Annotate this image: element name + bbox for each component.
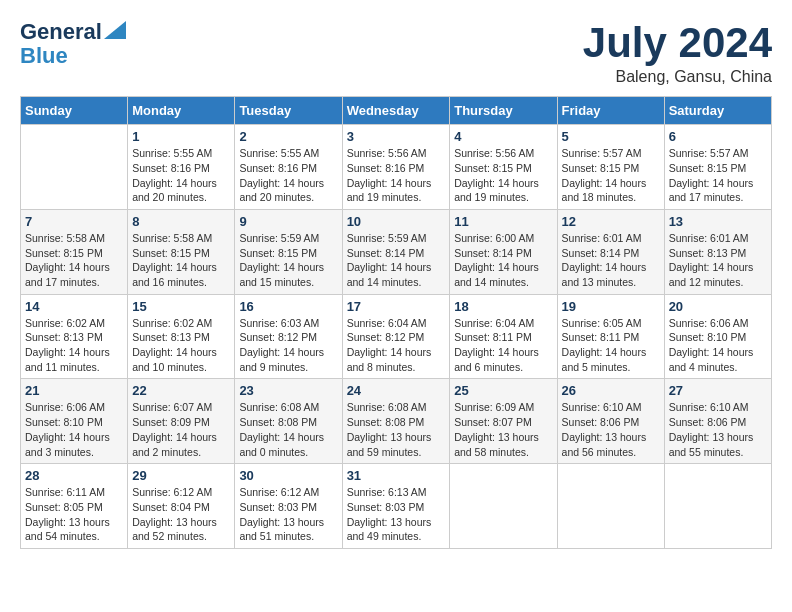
calendar-cell: 20Sunrise: 6:06 AM Sunset: 8:10 PM Dayli… [664,294,771,379]
day-number: 11 [454,214,552,229]
calendar-cell: 21Sunrise: 6:06 AM Sunset: 8:10 PM Dayli… [21,379,128,464]
day-info: Sunrise: 5:58 AM Sunset: 8:15 PM Dayligh… [132,231,230,290]
weekday-header-monday: Monday [128,97,235,125]
month-title: July 2024 [583,20,772,66]
weekday-header-row: SundayMondayTuesdayWednesdayThursdayFrid… [21,97,772,125]
calendar-cell: 24Sunrise: 6:08 AM Sunset: 8:08 PM Dayli… [342,379,450,464]
calendar-cell: 10Sunrise: 5:59 AM Sunset: 8:14 PM Dayli… [342,209,450,294]
day-number: 24 [347,383,446,398]
calendar-cell [557,464,664,549]
day-info: Sunrise: 5:59 AM Sunset: 8:15 PM Dayligh… [239,231,337,290]
day-number: 10 [347,214,446,229]
day-number: 31 [347,468,446,483]
day-info: Sunrise: 6:01 AM Sunset: 8:14 PM Dayligh… [562,231,660,290]
calendar-cell: 23Sunrise: 6:08 AM Sunset: 8:08 PM Dayli… [235,379,342,464]
day-info: Sunrise: 6:08 AM Sunset: 8:08 PM Dayligh… [347,400,446,459]
day-info: Sunrise: 6:12 AM Sunset: 8:03 PM Dayligh… [239,485,337,544]
day-number: 3 [347,129,446,144]
logo: General Blue [20,20,126,68]
day-number: 1 [132,129,230,144]
day-info: Sunrise: 6:04 AM Sunset: 8:11 PM Dayligh… [454,316,552,375]
day-number: 19 [562,299,660,314]
day-number: 6 [669,129,767,144]
day-info: Sunrise: 6:02 AM Sunset: 8:13 PM Dayligh… [25,316,123,375]
calendar-cell: 12Sunrise: 6:01 AM Sunset: 8:14 PM Dayli… [557,209,664,294]
day-number: 20 [669,299,767,314]
weekday-header-saturday: Saturday [664,97,771,125]
logo-icon [104,21,126,39]
calendar-cell [664,464,771,549]
day-number: 21 [25,383,123,398]
day-number: 2 [239,129,337,144]
day-info: Sunrise: 6:11 AM Sunset: 8:05 PM Dayligh… [25,485,123,544]
calendar-cell: 3Sunrise: 5:56 AM Sunset: 8:16 PM Daylig… [342,125,450,210]
logo-blue: Blue [20,44,68,68]
day-number: 12 [562,214,660,229]
day-info: Sunrise: 6:09 AM Sunset: 8:07 PM Dayligh… [454,400,552,459]
day-info: Sunrise: 6:07 AM Sunset: 8:09 PM Dayligh… [132,400,230,459]
page-header: General Blue July 2024 Baleng, Gansu, Ch… [20,20,772,86]
svg-marker-0 [104,21,126,39]
day-number: 27 [669,383,767,398]
day-number: 14 [25,299,123,314]
calendar-cell: 19Sunrise: 6:05 AM Sunset: 8:11 PM Dayli… [557,294,664,379]
day-number: 16 [239,299,337,314]
day-number: 29 [132,468,230,483]
calendar-cell: 9Sunrise: 5:59 AM Sunset: 8:15 PM Daylig… [235,209,342,294]
calendar-cell: 26Sunrise: 6:10 AM Sunset: 8:06 PM Dayli… [557,379,664,464]
calendar-cell: 13Sunrise: 6:01 AM Sunset: 8:13 PM Dayli… [664,209,771,294]
weekday-header-thursday: Thursday [450,97,557,125]
day-info: Sunrise: 5:55 AM Sunset: 8:16 PM Dayligh… [132,146,230,205]
day-info: Sunrise: 5:56 AM Sunset: 8:16 PM Dayligh… [347,146,446,205]
day-info: Sunrise: 5:58 AM Sunset: 8:15 PM Dayligh… [25,231,123,290]
location: Baleng, Gansu, China [583,68,772,86]
calendar-cell [450,464,557,549]
day-info: Sunrise: 6:08 AM Sunset: 8:08 PM Dayligh… [239,400,337,459]
day-number: 8 [132,214,230,229]
day-info: Sunrise: 6:00 AM Sunset: 8:14 PM Dayligh… [454,231,552,290]
calendar-cell: 17Sunrise: 6:04 AM Sunset: 8:12 PM Dayli… [342,294,450,379]
calendar-cell [21,125,128,210]
calendar-cell: 29Sunrise: 6:12 AM Sunset: 8:04 PM Dayli… [128,464,235,549]
day-info: Sunrise: 6:02 AM Sunset: 8:13 PM Dayligh… [132,316,230,375]
day-info: Sunrise: 6:05 AM Sunset: 8:11 PM Dayligh… [562,316,660,375]
calendar-cell: 1Sunrise: 5:55 AM Sunset: 8:16 PM Daylig… [128,125,235,210]
day-number: 4 [454,129,552,144]
week-row-4: 21Sunrise: 6:06 AM Sunset: 8:10 PM Dayli… [21,379,772,464]
day-info: Sunrise: 6:06 AM Sunset: 8:10 PM Dayligh… [25,400,123,459]
day-number: 25 [454,383,552,398]
calendar-cell: 11Sunrise: 6:00 AM Sunset: 8:14 PM Dayli… [450,209,557,294]
logo-general: General [20,20,102,44]
day-number: 9 [239,214,337,229]
day-number: 22 [132,383,230,398]
calendar-table: SundayMondayTuesdayWednesdayThursdayFrid… [20,96,772,549]
day-number: 5 [562,129,660,144]
calendar-cell: 6Sunrise: 5:57 AM Sunset: 8:15 PM Daylig… [664,125,771,210]
calendar-cell: 4Sunrise: 5:56 AM Sunset: 8:15 PM Daylig… [450,125,557,210]
day-number: 15 [132,299,230,314]
day-info: Sunrise: 6:10 AM Sunset: 8:06 PM Dayligh… [562,400,660,459]
weekday-header-friday: Friday [557,97,664,125]
calendar-cell: 31Sunrise: 6:13 AM Sunset: 8:03 PM Dayli… [342,464,450,549]
calendar-cell: 8Sunrise: 5:58 AM Sunset: 8:15 PM Daylig… [128,209,235,294]
week-row-5: 28Sunrise: 6:11 AM Sunset: 8:05 PM Dayli… [21,464,772,549]
day-info: Sunrise: 6:10 AM Sunset: 8:06 PM Dayligh… [669,400,767,459]
day-info: Sunrise: 5:57 AM Sunset: 8:15 PM Dayligh… [562,146,660,205]
day-number: 28 [25,468,123,483]
calendar-cell: 18Sunrise: 6:04 AM Sunset: 8:11 PM Dayli… [450,294,557,379]
calendar-cell: 2Sunrise: 5:55 AM Sunset: 8:16 PM Daylig… [235,125,342,210]
day-info: Sunrise: 6:04 AM Sunset: 8:12 PM Dayligh… [347,316,446,375]
calendar-cell: 14Sunrise: 6:02 AM Sunset: 8:13 PM Dayli… [21,294,128,379]
day-number: 13 [669,214,767,229]
day-info: Sunrise: 5:59 AM Sunset: 8:14 PM Dayligh… [347,231,446,290]
week-row-3: 14Sunrise: 6:02 AM Sunset: 8:13 PM Dayli… [21,294,772,379]
day-number: 7 [25,214,123,229]
title-block: July 2024 Baleng, Gansu, China [583,20,772,86]
calendar-cell: 30Sunrise: 6:12 AM Sunset: 8:03 PM Dayli… [235,464,342,549]
day-number: 17 [347,299,446,314]
calendar-cell: 28Sunrise: 6:11 AM Sunset: 8:05 PM Dayli… [21,464,128,549]
calendar-cell: 7Sunrise: 5:58 AM Sunset: 8:15 PM Daylig… [21,209,128,294]
day-number: 23 [239,383,337,398]
day-info: Sunrise: 5:57 AM Sunset: 8:15 PM Dayligh… [669,146,767,205]
weekday-header-tuesday: Tuesday [235,97,342,125]
